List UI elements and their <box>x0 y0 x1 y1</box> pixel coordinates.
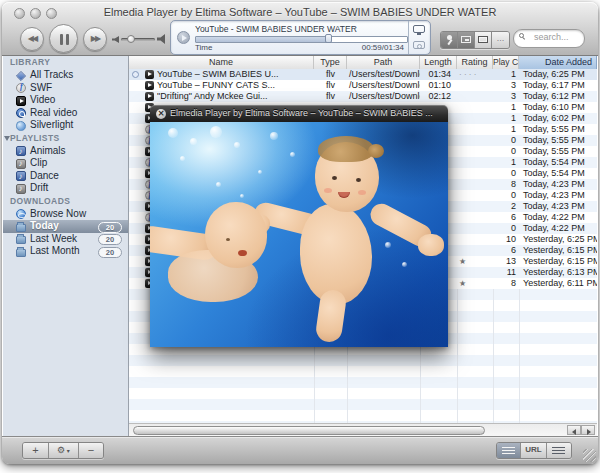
action-menu-button[interactable]: ⚙ ▾ <box>49 443 79 458</box>
column-header-length[interactable]: Length <box>420 56 457 69</box>
table-row[interactable]: "Drifting" Andy Mckee Gui...flv/Users/te… <box>129 91 597 102</box>
fullscreen-icon <box>478 36 488 43</box>
sidebar-section-header-downloads: DOWNLOADS <box>3 195 128 208</box>
video-file-icon <box>145 92 154 101</box>
column-header-name[interactable]: Name <box>129 56 314 69</box>
column-separator <box>457 289 458 424</box>
table-row-empty <box>129 388 597 399</box>
search-icon <box>519 33 526 40</box>
lcd-side-buttons <box>408 21 430 54</box>
table-row[interactable]: YouTube – SWIM BABIES U...flv/Users/test… <box>129 69 597 80</box>
pause-button[interactable] <box>49 24 78 53</box>
sidebar-item-all-tracks[interactable]: All Tracks <box>3 69 128 82</box>
lcd-display: YouTube - SWIM BABIES UNDER WATER Time 0… <box>170 20 431 55</box>
sidebar-item-label: All Tracks <box>30 69 73 80</box>
swf-icon <box>16 83 26 93</box>
pin-icon <box>447 35 452 40</box>
volume-thumb[interactable] <box>127 35 135 43</box>
folder-icon <box>16 236 26 244</box>
sidebar-item-browse-now[interactable]: Browse Now <box>3 208 128 221</box>
cell-name: "Drifting" Andy Mckee Gui... <box>157 91 314 102</box>
video-icon <box>16 96 26 106</box>
sidebar-item-dance[interactable]: Dance <box>3 170 128 183</box>
scroll-left-button[interactable] <box>567 425 581 435</box>
scrollbar-thumb[interactable] <box>133 426 485 435</box>
add-button[interactable]: + <box>23 443 49 458</box>
pin-button[interactable] <box>441 32 458 48</box>
zoom-button[interactable] <box>46 8 57 19</box>
globe-icon <box>16 209 26 219</box>
baby-right <box>300 204 372 304</box>
remove-button[interactable]: − <box>79 443 103 458</box>
window-chrome: Elmedia Player by Eltima Software – YouT… <box>2 2 598 56</box>
sidebar-item-swf[interactable]: SWF <box>3 82 128 95</box>
search-field[interactable] <box>513 29 585 48</box>
close-button[interactable] <box>14 8 25 19</box>
picture-in-picture-button[interactable] <box>458 32 475 48</box>
more-options-button[interactable]: … <box>492 32 509 48</box>
sidebar-item-today[interactable]: Today20 <box>3 220 128 233</box>
disclosure-triangle-icon[interactable] <box>4 136 10 141</box>
column-header-play-count[interactable]: Play Count <box>493 56 519 69</box>
progress-slider[interactable] <box>195 36 408 43</box>
fast-forward-button[interactable]: ▶▶ <box>83 27 107 51</box>
volume-slider[interactable] <box>121 38 155 41</box>
search-input[interactable] <box>532 31 584 43</box>
edit-button-group: + ⚙ ▾ − <box>22 442 104 459</box>
table-row[interactable]: YouTube – FUNNY CATS S...flv/Users/test/… <box>129 80 597 91</box>
table-row-empty <box>129 366 597 377</box>
sidebar-item-label: Silverlight <box>30 119 73 130</box>
folder-icon <box>16 224 26 232</box>
close-icon[interactable]: ✕ <box>156 109 166 119</box>
video-window[interactable]: ✕ Elmedia Player by Eltima Software – Yo… <box>150 105 448 347</box>
rewind-button[interactable]: ◀◀ <box>20 27 44 51</box>
video-frame[interactable] <box>150 122 448 347</box>
camera-icon[interactable] <box>413 41 425 49</box>
playlist-view-button[interactable] <box>547 443 571 458</box>
silver-icon <box>16 121 26 131</box>
sidebar-item-label: Clip <box>30 157 47 168</box>
sidebar-item-drift[interactable]: Drift <box>3 182 128 195</box>
video-file-icon <box>145 70 154 79</box>
baby-hair <box>318 136 374 162</box>
list-view-icon <box>502 447 515 454</box>
sidebar-item-silverlight[interactable]: Silverlight <box>3 119 128 132</box>
sidebar-item-label: Animals <box>30 145 66 156</box>
sidebar-section-header-playlists[interactable]: PLAYLISTS <box>3 132 128 145</box>
sidebar-item-last-month[interactable]: Last Month20 <box>3 245 128 258</box>
sidebar-item-real-video[interactable]: Real video <box>3 107 128 120</box>
note-gray-icon <box>16 159 26 169</box>
gear-icon: ⚙ <box>57 445 65 455</box>
pause-icon <box>66 34 69 45</box>
display-icon[interactable] <box>413 25 425 33</box>
resize-grip[interactable] <box>583 449 596 462</box>
url-button[interactable]: URL <box>521 443 547 458</box>
column-header-type[interactable]: Type <box>314 56 347 69</box>
section-title: PLAYLISTS <box>10 133 60 143</box>
fullscreen-button[interactable] <box>475 32 492 48</box>
column-header-rating[interactable]: Rating <box>457 56 493 69</box>
sidebar-item-label: Last Week <box>30 233 77 244</box>
horizontal-scrollbar[interactable] <box>129 423 597 437</box>
scroll-right-button[interactable] <box>581 425 595 435</box>
minimize-button[interactable] <box>30 8 41 19</box>
note-gray-icon <box>16 184 26 194</box>
table-row-empty <box>129 410 597 421</box>
progress-fill <box>196 37 329 42</box>
sidebar-item-clip[interactable]: Clip <box>3 157 128 170</box>
real-icon <box>16 108 26 118</box>
video-window-title: Elmedia Player by Eltima Software – YouT… <box>150 105 448 122</box>
list-view-button[interactable] <box>497 443 521 458</box>
sidebar-item-animals[interactable]: Animals <box>3 145 128 158</box>
sidebar-item-last-week[interactable]: Last Week20 <box>3 233 128 246</box>
column-header-date-added[interactable]: Date Added <box>519 56 597 69</box>
view-switch-group: URL <box>496 442 572 459</box>
sidebar-item-video[interactable]: Video <box>3 94 128 107</box>
column-header-path[interactable]: Path <box>347 56 420 69</box>
note-blue-icon <box>16 146 26 156</box>
table-row-empty <box>129 377 597 388</box>
section-title: DOWNLOADS <box>10 196 70 206</box>
video-window-titlebar[interactable]: ✕ Elmedia Player by Eltima Software – Yo… <box>150 105 448 122</box>
count-badge: 20 <box>98 247 122 258</box>
progress-thumb[interactable] <box>325 34 332 43</box>
